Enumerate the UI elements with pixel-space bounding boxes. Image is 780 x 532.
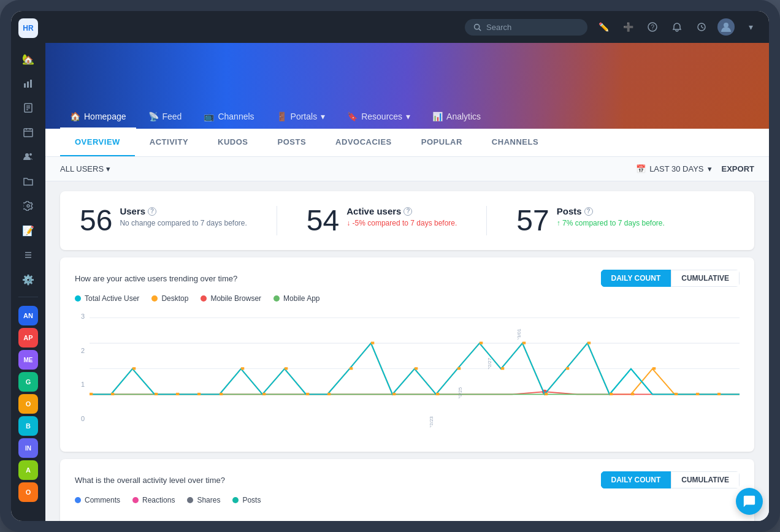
svg-rect-7 (24, 129, 32, 137)
chart2-header: What is the overall activity level over … (75, 471, 740, 488)
nav-tab-feed[interactable]: 📡 Feed (139, 105, 192, 129)
svg-rect-32 (155, 393, 158, 395)
avatar[interactable] (717, 18, 735, 36)
pencil-icon[interactable]: ✏️ (595, 18, 612, 36)
hero-banner: 🏠 Homepage 📡 Feed 📺 Channels (45, 43, 769, 129)
tab-posts[interactable]: POSTS (263, 129, 321, 156)
sidebar-icon-home[interactable]: 🏡 (17, 48, 39, 70)
nav-tab-analytics[interactable]: 📊 Analytics (422, 105, 491, 129)
posts-info-icon[interactable]: ? (584, 207, 593, 216)
stat-users-label: Users (120, 206, 145, 216)
filter-right: 📅 LAST 30 DAYS ▾ EXPORT (636, 164, 754, 173)
clock-icon[interactable] (693, 18, 710, 36)
users-info-icon[interactable]: ? (148, 207, 156, 216)
resources-dropdown-icon: ▾ (406, 112, 410, 121)
stat-posts-change: ↑ 7% compared to 7 days before. (557, 219, 665, 227)
tab-advocacies[interactable]: ADVOCACIES (321, 129, 407, 156)
svg-rect-51 (566, 367, 569, 370)
date-range-selector[interactable]: 📅 LAST 30 DAYS ▾ (636, 164, 711, 173)
nav-tab-channels[interactable]: 📺 Channels (194, 105, 264, 129)
legend-total-active: Total Active User (75, 294, 139, 303)
sidebar-app-9[interactable]: O (18, 482, 38, 502)
sidebar-icon-users[interactable] (17, 146, 39, 168)
sidebar-icon-analytics[interactable] (17, 72, 39, 94)
chat-bubble[interactable] (736, 488, 763, 515)
legend-posts: Posts (232, 496, 261, 504)
sidebar-icon-calendar[interactable] (17, 121, 39, 143)
sidebar-icon-notes[interactable]: 📝 (17, 219, 39, 241)
nav-tab-portals[interactable]: 🚪 Portals ▾ (267, 105, 335, 129)
svg-rect-38 (285, 367, 288, 370)
legend-reactions: Reactions (132, 496, 175, 504)
nav-tabs: 🏠 Homepage 📡 Feed 📺 Channels (60, 105, 754, 129)
main-content: Search ✏️ ➕ ? ▾ (45, 11, 769, 521)
stat-active-users-change: ↓ -5% compared to 7 days before. (346, 219, 457, 227)
legend-comments: Comments (75, 496, 120, 504)
nav-tab-resources[interactable]: 🔖 Resources ▾ (337, 105, 420, 129)
chart2-daily-button[interactable]: DAILY COUNT (601, 471, 671, 488)
tab-kudos[interactable]: KUDOS (203, 129, 262, 156)
resources-nav-icon: 🔖 (347, 112, 358, 121)
legend-mobile-browser: Mobile Browser (201, 294, 261, 303)
svg-rect-56 (675, 393, 678, 395)
notification-icon[interactable] (668, 18, 686, 36)
chart1-daily-button[interactable]: DAILY COUNT (601, 270, 671, 287)
tab-channels[interactable]: CHANNELS (477, 129, 553, 156)
svg-rect-35 (220, 393, 223, 395)
sidebar-app-2[interactable]: AP (18, 328, 38, 348)
tab-activity[interactable]: ACTIVITY (135, 129, 203, 156)
sidebar-icon-reports[interactable] (17, 97, 39, 119)
sidebar-icon-gear[interactable]: ⚙️ (17, 268, 39, 291)
filter-bar: ALL USERS ▾ 📅 LAST 30 DAYS ▾ EXPORT (45, 157, 769, 181)
legend-label-mobile-app: Mobile App (283, 294, 319, 303)
chart1-title: How are your active users trending over … (75, 274, 237, 283)
svg-rect-41 (350, 367, 353, 370)
sidebar-app-3[interactable]: ME (18, 350, 38, 370)
y-label-2: 2 (75, 347, 85, 354)
nav-tab-homepage[interactable]: 🏠 Homepage (60, 105, 136, 129)
sidebar-app-8[interactable]: A (18, 460, 38, 480)
legend-label-posts: Posts (242, 496, 261, 504)
stat-posts: 57 Posts ? ↑ 7% compared to 7 days befor… (516, 206, 665, 235)
stat-posts-number: 57 (516, 206, 549, 235)
sidebar-logo[interactable]: HR (18, 18, 38, 38)
stat-users-number: 56 (80, 206, 112, 235)
svg-line-22 (702, 27, 703, 28)
analytics-tabs: OVERVIEW ACTIVITY KUDOS POSTS ADVOCACIES… (45, 129, 769, 157)
users-filter[interactable]: ALL USERS ▾ (60, 164, 110, 173)
search-label: Search (486, 23, 511, 32)
active-users-info-icon[interactable]: ? (403, 207, 412, 216)
help-icon[interactable]: ? (644, 18, 661, 36)
sidebar-icon-settings-top[interactable] (17, 195, 39, 217)
sidebar-app-6[interactable]: B (18, 416, 38, 436)
tab-overview[interactable]: OVERVIEW (60, 129, 135, 156)
chart2-cumulative-button[interactable]: CUMULATIVE (671, 471, 740, 488)
portals-nav-icon: 🚪 (277, 112, 287, 121)
chevron-down-icon[interactable]: ▾ (742, 18, 759, 36)
tab-popular[interactable]: POPULAR (407, 129, 477, 156)
sidebar-app-1[interactable]: AN (18, 306, 38, 325)
search-box[interactable]: Search (465, 19, 587, 36)
export-button[interactable]: EXPORT (722, 164, 754, 173)
date-range-chevron: ▾ (708, 164, 712, 173)
svg-rect-55 (652, 367, 656, 370)
y-label-0: 0 (75, 415, 85, 422)
plus-icon[interactable]: ➕ (619, 18, 637, 36)
chart2-title: What is the overall activity level over … (75, 476, 225, 485)
svg-rect-50 (545, 393, 548, 395)
sidebar-app-7[interactable]: IN (18, 438, 38, 458)
stat-users-change: No change compared to 7 days before. (120, 219, 247, 227)
legend-dot-mobile-browser (201, 295, 207, 302)
content-area[interactable]: 🏠 Homepage 📡 Feed 📺 Channels (45, 43, 769, 521)
svg-rect-40 (327, 393, 331, 395)
sidebar-app-4[interactable]: G (18, 372, 38, 392)
stat-active-users-number: 54 (307, 206, 339, 235)
chart1-cumulative-button[interactable]: CUMULATIVE (671, 270, 740, 287)
hero-nav: 🏠 Homepage 📡 Feed 📺 Channels (45, 43, 769, 129)
sidebar-icon-folder[interactable] (17, 170, 39, 192)
svg-rect-49 (522, 342, 526, 344)
sidebar-icon-list[interactable] (17, 244, 39, 266)
svg-rect-42 (371, 342, 374, 344)
sidebar-app-5[interactable]: O (18, 394, 38, 414)
svg-point-23 (724, 23, 728, 28)
